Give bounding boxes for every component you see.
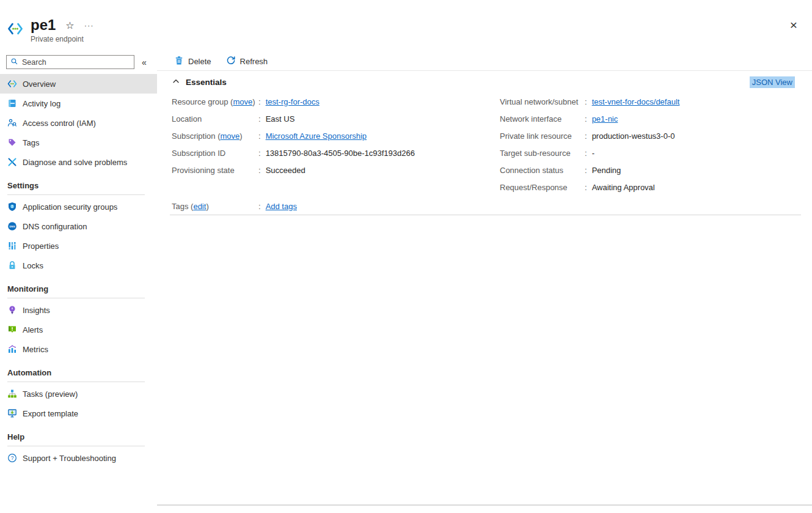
sidebar-item-label: DNS configuration [23,222,87,231]
sidebar-item-tasks-preview[interactable]: Tasks (preview) [0,384,157,404]
field-value[interactable]: test-vnet-for-docs/default [592,97,680,106]
move-link[interactable]: move [220,131,240,141]
essentials-row: Subscription (move):Microsoft Azure Spon… [172,127,500,144]
overview-icon [7,79,17,89]
field-label: Target sub-resource [500,149,585,158]
field-value[interactable]: test-rg-for-docs [266,97,320,106]
move-link[interactable]: move [233,97,252,106]
essentials-row: Connection status:Pending [500,161,812,179]
essentials-grid: Resource group (move):test-rg-for-docsLo… [157,93,812,196]
field-colon: : [258,131,261,141]
alert-icon [7,325,17,334]
field-label: Virtual network/subnet [500,97,585,106]
favorite-star-icon[interactable]: ☆ [65,20,74,31]
sidebar-nav: OverviewActivity logAccess control (IAM)… [0,74,157,468]
sidebar-section-divider [7,382,145,382]
sidebar-section-header: Automation [7,368,150,379]
sidebar-item-label: Properties [23,242,59,251]
field-value: production-westus3-0-0 [592,131,675,141]
sliders-icon [7,241,17,251]
sidebar-item-export-template[interactable]: Export template [0,404,157,423]
field-colon: : [258,149,261,158]
sidebar-item-label: Tasks (preview) [23,389,78,399]
overview-content: Delete Refresh Essentials JSON View Reso… [157,52,812,513]
essentials-collapse-button[interactable]: Essentials [172,77,227,87]
field-label: Network interface [500,114,585,124]
page-title: pe1 [31,17,56,33]
sidebar-item-tags[interactable]: Tags [0,133,157,152]
shield-icon [7,202,17,212]
field-colon: : [585,131,587,141]
sidebar-item-label: Diagnose and solve problems [23,158,127,167]
sidebar-item-label: Application security groups [23,202,117,212]
export-template-icon [7,408,17,418]
search-input[interactable] [22,58,130,67]
svg-text:DNS: DNS [10,225,15,228]
sidebar-section-header: Settings [7,181,150,192]
sidebar-item-label: Support + Troubleshooting [23,454,116,463]
sidebar-item-label: Metrics [23,345,48,354]
sidebar-item-label: Export template [23,409,78,418]
more-options-icon[interactable]: ··· [84,21,94,30]
edit-link[interactable]: edit [193,202,206,211]
sidebar-item-activity-log[interactable]: Activity log [0,94,157,113]
field-colon: : [585,166,587,175]
essentials-right-column: Virtual network/subnet:test-vnet-for-doc… [500,93,812,196]
private-endpoint-icon [7,21,23,37]
sidebar-item-support-troubleshooting[interactable]: ?Support + Troubleshooting [0,448,157,468]
field-colon: : [258,114,261,124]
sidebar-section-divider [7,194,145,195]
field-value[interactable]: Add tags [266,202,297,211]
sidebar-item-label: Overview [23,79,56,89]
essentials-header: Essentials JSON View [157,71,812,93]
sidebar-item-access-control-iam[interactable]: Access control (IAM) [0,113,157,133]
essentials-row: Request/Response:Awaiting Approval [500,179,812,196]
sidebar-item-alerts[interactable]: Alerts [0,320,157,339]
field-value[interactable]: Microsoft Azure Sponsorship [266,131,367,141]
delete-icon [174,56,188,67]
field-label: Subscription ID [172,149,258,158]
sidebar-item-insights[interactable]: Insights [0,300,157,320]
refresh-button[interactable]: Refresh [226,56,268,67]
field-colon: : [258,202,261,211]
sidebar-collapse-button[interactable]: « [142,57,147,67]
field-value: Awaiting Approval [592,183,655,192]
sidebar-item-overview[interactable]: Overview [0,74,157,94]
sidebar-section-header: Monitoring [7,284,150,295]
access-control-icon [7,118,17,128]
essentials-row: Virtual network/subnet:test-vnet-for-doc… [500,93,812,110]
field-label: Private link resource [500,131,585,141]
close-icon[interactable]: × [790,18,797,31]
essentials-row: Target sub-resource:- [500,144,812,161]
sidebar-item-application-security-groups[interactable]: Application security groups [0,197,157,216]
sidebar-item-label: Access control (IAM) [23,119,96,128]
delete-label: Delete [188,57,211,66]
essentials-row: Provisioning state:Succeeded [172,161,500,179]
delete-button[interactable]: Delete [174,56,211,67]
sidebar-section-header: Help [7,432,150,443]
field-label: Resource group (move) [172,97,258,106]
sidebar-item-diagnose-and-solve-problems[interactable]: Diagnose and solve problems [0,152,157,172]
search-icon [10,57,18,67]
essentials-bottom-divider [170,215,801,215]
field-label: Tags (edit) [172,202,258,211]
sidebar-item-locks[interactable]: Locks [0,256,157,275]
field-colon: : [585,97,587,106]
flowchart-icon [7,389,17,399]
essentials-row: Location:East US [172,110,500,127]
field-label: Subscription (move) [172,131,258,141]
lock-icon [7,260,17,270]
field-label: Location [172,114,258,124]
field-value: 13815790-80a3-4505-90be-1c93f193d266 [266,149,415,158]
essentials-row: Tags (edit):Add tags [172,197,812,215]
field-label: Connection status [500,166,585,175]
sidebar-item-metrics[interactable]: Metrics [0,339,157,359]
search-box[interactable] [6,55,134,69]
sidebar-item-dns-configuration[interactable]: DNSDNS configuration [0,216,157,236]
sidebar-item-properties[interactable]: Properties [0,236,157,256]
tags-row: Tags (edit):Add tags [157,197,812,215]
field-value[interactable]: pe1-nic [592,114,618,124]
svg-text:?: ? [11,455,14,461]
json-view-link[interactable]: JSON View [750,76,795,88]
sidebar: « OverviewActivity logAccess control (IA… [0,52,157,513]
